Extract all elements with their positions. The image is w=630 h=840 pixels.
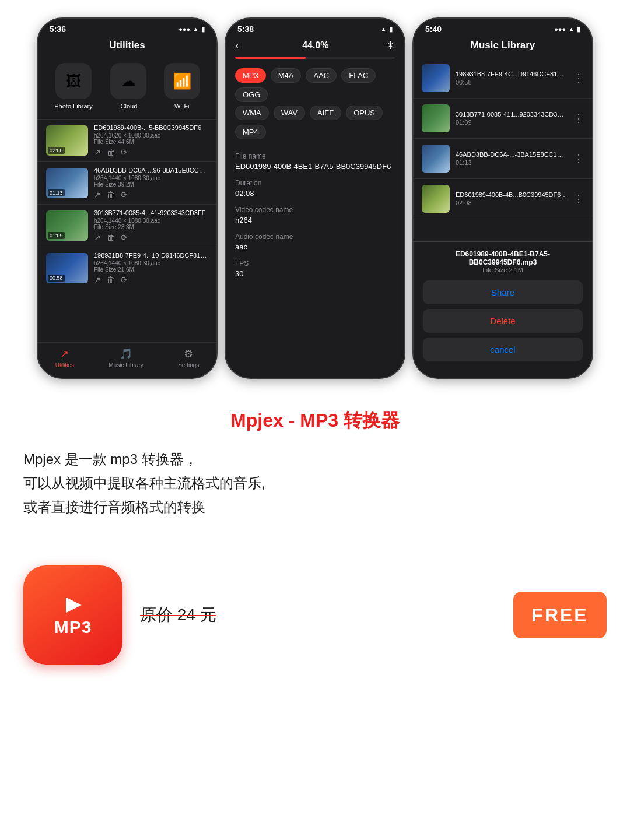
field-fps-value: 30 bbox=[235, 269, 395, 278]
more-icon-2[interactable]: ⋮ bbox=[573, 152, 584, 165]
delete-button[interactable]: Delete bbox=[423, 309, 583, 333]
photo-library-icon-item[interactable]: 🖼 Photo Library bbox=[54, 63, 92, 110]
desc-line-1: 可以从视频中提取各种主流格式的音乐, bbox=[23, 472, 607, 495]
cancel-button[interactable]: cancel bbox=[423, 338, 583, 361]
music-filename-0: 198931B8-7FE9-4C...D9146DCF81EF.opus bbox=[456, 71, 568, 78]
phone-utilities: 5:36 ●●● ▲ ▮ Utilities 🖼 Photo Library ☁… bbox=[37, 17, 218, 379]
more-icon-1[interactable]: ⋮ bbox=[573, 112, 584, 125]
video-item-3[interactable]: 00:58 198931B8-7FE9-4...10-D9146DCF81EF … bbox=[38, 247, 216, 289]
wifi-status-icon: ▲ bbox=[380, 26, 387, 33]
time-1: 5:36 bbox=[50, 24, 66, 34]
field-audio-codec-value: aac bbox=[235, 242, 395, 251]
video-actions-0: ↗ 🗑 ⟳ bbox=[94, 147, 208, 157]
music-duration-2: 01:13 bbox=[456, 159, 568, 166]
delete-icon-0[interactable]: 🗑 bbox=[107, 147, 115, 157]
field-filename-value: ED601989-400B-4BE1-B7A5-BB0C39945DF6 bbox=[235, 162, 395, 171]
crop-icon-3[interactable]: ⟳ bbox=[121, 275, 128, 284]
video-name-2: 3013B771-0085-4...41-9203343CD3FF bbox=[94, 209, 208, 216]
logo-area: ▶ MP3 原价 24 元 bbox=[23, 565, 216, 665]
format-wav[interactable]: WAV bbox=[274, 106, 305, 120]
tab-utilities[interactable]: ↗ Utilities bbox=[55, 347, 74, 368]
delete-icon-2[interactable]: 🗑 bbox=[107, 233, 115, 242]
video-info-1: 46ABD3BB-DC6A-...96-3BA15E8CC1C1 h264,14… bbox=[94, 167, 208, 199]
format-ogg[interactable]: OGG bbox=[235, 87, 268, 102]
phone-conversion: 5:38 ▲ ▮ ‹ 44.0% ✳ MP3 M4A AAC FLAC OGG … bbox=[225, 17, 405, 379]
share-icon-1[interactable]: ↗ bbox=[94, 190, 101, 199]
video-actions-3: ↗ 🗑 ⟳ bbox=[94, 275, 208, 284]
music-item-0[interactable]: 198931B8-7FE9-4C...D9146DCF81EF.opus 00:… bbox=[414, 58, 592, 99]
battery-status-icon: ▮ bbox=[389, 26, 393, 33]
share-button[interactable]: Share bbox=[423, 280, 583, 304]
conversion-title: 44.0% bbox=[245, 40, 386, 51]
crop-icon-0[interactable]: ⟳ bbox=[121, 147, 128, 157]
video-duration-0: 02:08 bbox=[48, 147, 65, 154]
delete-icon-3[interactable]: 🗑 bbox=[107, 275, 115, 284]
format-tags-row2: WMA WAV AIFF OPUS MP4 bbox=[235, 106, 395, 139]
video-duration-3: 00:58 bbox=[48, 275, 65, 282]
wifi-icon-item[interactable]: 📶 Wi-Fi bbox=[164, 63, 200, 110]
utilities-tab-icon: ↗ bbox=[60, 347, 69, 360]
music-library-title: Music Library bbox=[414, 36, 592, 58]
tab-bar-1: ↗ Utilities 🎵 Music Library ⚙ Settings bbox=[38, 342, 216, 378]
music-filename-3: ED601989-400B-4B...B0C39945DF6.mp3 bbox=[456, 191, 568, 198]
conversion-nav: ‹ 44.0% ✳ bbox=[226, 36, 404, 57]
time-3: 5:40 bbox=[425, 24, 442, 34]
delete-icon-1[interactable]: 🗑 bbox=[107, 190, 115, 199]
format-wma[interactable]: WMA bbox=[235, 106, 269, 120]
icloud-icon-item[interactable]: ☁ iCloud bbox=[110, 63, 146, 110]
video-duration-2: 01:09 bbox=[48, 232, 65, 239]
video-name-1: 46ABD3BB-DC6A-...96-3BA15E8CC1C1 bbox=[94, 167, 208, 174]
video-list: 02:08 ED601989-400B-...5-BB0C39945DF6 h2… bbox=[38, 119, 216, 289]
music-duration-3: 02:08 bbox=[456, 199, 568, 206]
music-item-3[interactable]: ED601989-400B-4B...B0C39945DF6.mp3 02:08… bbox=[414, 179, 592, 219]
app-description: Mpjex 是一款 mp3 转换器， 可以从视频中提取各种主流格式的音乐, 或者… bbox=[23, 448, 607, 519]
back-button[interactable]: ‹ bbox=[235, 38, 239, 52]
video-name-3: 198931B8-7FE9-4...10-D9146DCF81EF bbox=[94, 252, 208, 259]
music-item-1[interactable]: 3013B771-0085-411...9203343CD3FF.ogg 01:… bbox=[414, 99, 592, 139]
status-icons-2: ▲ ▮ bbox=[380, 26, 393, 33]
field-video-codec: Video codec name h264 bbox=[235, 206, 395, 224]
video-meta-0: h264,1620 × 1080,30,aac bbox=[94, 132, 208, 139]
time-2: 5:38 bbox=[237, 24, 254, 34]
crop-icon-1[interactable]: ⟳ bbox=[121, 190, 128, 199]
file-info: File name ED601989-400B-4BE1-B7A5-BB0C39… bbox=[226, 143, 404, 278]
music-item-2[interactable]: 46ABD3BB-DC6A-...-3BA15E8CC1C1.m4a 01:13… bbox=[414, 139, 592, 179]
status-bar-3: 5:40 ●●● ▲ ▮ bbox=[414, 19, 592, 36]
more-icon-0[interactable]: ⋮ bbox=[573, 72, 584, 85]
field-filename: File name ED601989-400B-4BE1-B7A5-BB0C39… bbox=[235, 152, 395, 171]
bottom-section: Mpjex - MP3 转换器 Mpjex 是一款 mp3 转换器， 可以从视频… bbox=[0, 391, 630, 519]
action-button[interactable]: ✳ bbox=[386, 39, 395, 52]
format-m4a[interactable]: M4A bbox=[271, 68, 302, 83]
format-opus[interactable]: OPUS bbox=[346, 106, 383, 120]
format-aac[interactable]: AAC bbox=[306, 68, 337, 83]
utilities-tab-label: Utilities bbox=[55, 362, 74, 368]
status-bar-2: 5:38 ▲ ▮ bbox=[226, 19, 404, 36]
format-mp3[interactable]: MP3 bbox=[235, 68, 266, 83]
video-item-1[interactable]: 01:13 46ABD3BB-DC6A-...96-3BA15E8CC1C1 h… bbox=[38, 161, 216, 204]
icloud-icon: ☁ bbox=[110, 63, 146, 99]
more-icon-3[interactable]: ⋮ bbox=[573, 192, 584, 205]
format-row: MP3 M4A AAC FLAC OGG WMA WAV AIFF OPUS M… bbox=[226, 68, 404, 139]
format-mp4[interactable]: MP4 bbox=[235, 125, 266, 139]
settings-tab-label: Settings bbox=[178, 362, 199, 368]
video-item-0[interactable]: 02:08 ED601989-400B-...5-BB0C39945DF6 h2… bbox=[38, 119, 216, 161]
share-icon-3[interactable]: ↗ bbox=[94, 275, 101, 284]
video-item-2[interactable]: 01:09 3013B771-0085-4...41-9203343CD3FF … bbox=[38, 204, 216, 247]
battery-icon: ▮ bbox=[201, 26, 205, 33]
format-tags-row1: MP3 M4A AAC FLAC OGG bbox=[235, 68, 395, 102]
share-icon-2[interactable]: ↗ bbox=[94, 233, 101, 242]
format-aiff[interactable]: AIFF bbox=[310, 106, 341, 120]
music-filename-1: 3013B771-0085-411...9203343CD3FF.ogg bbox=[456, 111, 568, 118]
share-icon-0[interactable]: ↗ bbox=[94, 147, 101, 157]
music-info-0: 198931B8-7FE9-4C...D9146DCF81EF.opus 00:… bbox=[456, 71, 568, 86]
utilities-title: Utilities bbox=[38, 36, 216, 58]
music-thumb-3 bbox=[422, 185, 450, 213]
music-filename-2: 46ABD3BB-DC6A-...-3BA15E8CC1C1.m4a bbox=[456, 151, 568, 158]
video-info-2: 3013B771-0085-4...41-9203343CD3FF h264,1… bbox=[94, 209, 208, 242]
crop-icon-2[interactable]: ⟳ bbox=[121, 233, 128, 242]
format-flac[interactable]: FLAC bbox=[341, 68, 376, 83]
logo-arrow-icon: ▶ bbox=[66, 593, 80, 615]
field-fps: FPS 30 bbox=[235, 259, 395, 278]
tab-settings[interactable]: ⚙ Settings bbox=[178, 347, 199, 368]
tab-music-library[interactable]: 🎵 Music Library bbox=[108, 347, 143, 368]
